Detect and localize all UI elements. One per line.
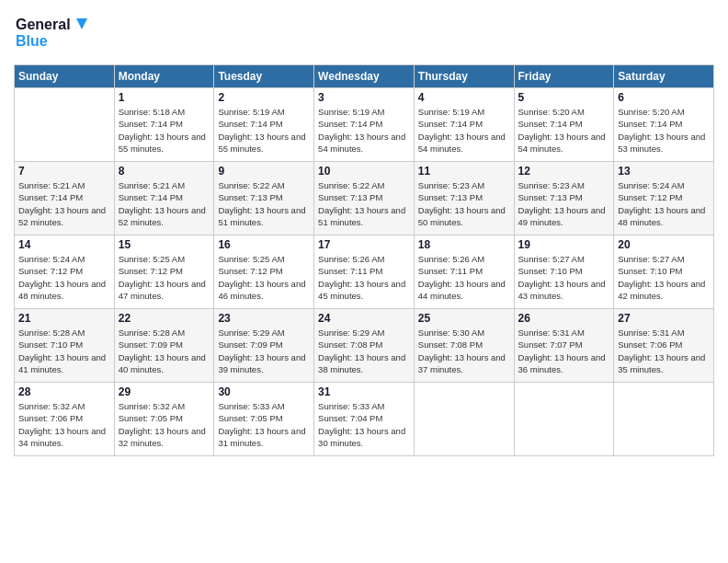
weekday-header-saturday: Saturday xyxy=(614,65,714,88)
cell-info: Sunrise: 5:22 AM Sunset: 7:13 PM Dayligh… xyxy=(218,179,310,228)
sunrise-time: Sunrise: 5:29 AM xyxy=(218,327,284,338)
daylight-info: Daylight: 13 hours and 37 minutes. xyxy=(418,352,506,374)
day-number: 5 xyxy=(518,91,610,104)
weekday-header-thursday: Thursday xyxy=(414,65,514,88)
calendar-cell xyxy=(15,88,115,162)
sunrise-time: Sunrise: 5:23 AM xyxy=(418,180,484,190)
calendar-cell: 30 Sunrise: 5:33 AM Sunset: 7:05 PM Dayl… xyxy=(214,383,314,456)
sunset-time: Sunset: 7:14 PM xyxy=(318,119,382,129)
calendar-cell: 17 Sunrise: 5:26 AM Sunset: 7:11 PM Dayl… xyxy=(314,236,415,309)
sunset-time: Sunset: 7:12 PM xyxy=(18,266,83,276)
day-number: 4 xyxy=(418,91,510,104)
cell-info: Sunrise: 5:24 AM Sunset: 7:12 PM Dayligh… xyxy=(18,253,110,302)
cell-info: Sunrise: 5:19 AM Sunset: 7:14 PM Dayligh… xyxy=(418,106,510,155)
cell-info: Sunrise: 5:33 AM Sunset: 7:04 PM Dayligh… xyxy=(318,400,410,449)
calendar-cell: 23 Sunrise: 5:29 AM Sunset: 7:09 PM Dayl… xyxy=(214,309,314,383)
sunset-time: Sunset: 7:14 PM xyxy=(618,119,682,129)
daylight-info: Daylight: 13 hours and 54 minutes. xyxy=(318,132,405,154)
day-number: 24 xyxy=(318,312,410,325)
sunrise-time: Sunrise: 5:27 AM xyxy=(518,254,585,264)
sunset-time: Sunset: 7:05 PM xyxy=(218,413,282,423)
day-number: 22 xyxy=(119,312,210,325)
sunrise-time: Sunrise: 5:19 AM xyxy=(418,107,484,117)
daylight-info: Daylight: 13 hours and 40 minutes. xyxy=(119,352,206,374)
sunset-time: Sunset: 7:04 PM xyxy=(318,413,382,423)
daylight-info: Daylight: 13 hours and 31 minutes. xyxy=(218,426,305,448)
day-number: 18 xyxy=(418,238,510,251)
day-number: 6 xyxy=(618,91,710,104)
sunset-time: Sunset: 7:09 PM xyxy=(119,339,183,350)
sunrise-time: Sunrise: 5:24 AM xyxy=(18,254,85,264)
cell-info: Sunrise: 5:25 AM Sunset: 7:12 PM Dayligh… xyxy=(218,253,310,302)
sunset-time: Sunset: 7:05 PM xyxy=(119,413,183,423)
calendar-cell: 11 Sunrise: 5:23 AM Sunset: 7:13 PM Dayl… xyxy=(414,162,514,236)
daylight-info: Daylight: 13 hours and 52 minutes. xyxy=(18,205,106,227)
day-number: 30 xyxy=(218,385,310,398)
day-number: 7 xyxy=(18,165,110,178)
calendar-cell: 14 Sunrise: 5:24 AM Sunset: 7:12 PM Dayl… xyxy=(15,236,115,309)
day-number: 20 xyxy=(618,238,710,251)
calendar-cell: 27 Sunrise: 5:31 AM Sunset: 7:06 PM Dayl… xyxy=(614,309,714,383)
sunrise-time: Sunrise: 5:30 AM xyxy=(418,327,484,338)
sunset-time: Sunset: 7:10 PM xyxy=(518,266,583,276)
daylight-info: Daylight: 13 hours and 49 minutes. xyxy=(518,205,606,227)
day-number: 26 xyxy=(518,312,610,325)
calendar-cell: 16 Sunrise: 5:25 AM Sunset: 7:12 PM Dayl… xyxy=(214,236,314,309)
sunset-time: Sunset: 7:12 PM xyxy=(618,192,682,202)
daylight-info: Daylight: 13 hours and 55 minutes. xyxy=(119,132,206,154)
sunrise-time: Sunrise: 5:21 AM xyxy=(18,180,85,190)
weekday-header-tuesday: Tuesday xyxy=(214,65,314,88)
sunset-time: Sunset: 7:14 PM xyxy=(418,119,483,129)
cell-info: Sunrise: 5:21 AM Sunset: 7:14 PM Dayligh… xyxy=(18,179,110,228)
daylight-info: Daylight: 13 hours and 38 minutes. xyxy=(318,352,405,374)
sunset-time: Sunset: 7:13 PM xyxy=(318,192,382,202)
sunrise-time: Sunrise: 5:24 AM xyxy=(618,180,684,190)
sunset-time: Sunset: 7:11 PM xyxy=(418,266,483,276)
calendar-week-row: 21 Sunrise: 5:28 AM Sunset: 7:10 PM Dayl… xyxy=(15,309,714,383)
daylight-info: Daylight: 13 hours and 46 minutes. xyxy=(218,279,305,301)
logo: General Blue xyxy=(14,9,87,55)
daylight-info: Daylight: 13 hours and 35 minutes. xyxy=(618,352,705,374)
calendar-cell: 1 Sunrise: 5:18 AM Sunset: 7:14 PM Dayli… xyxy=(114,88,214,162)
daylight-info: Daylight: 13 hours and 48 minutes. xyxy=(18,279,106,301)
header: General Blue xyxy=(14,9,714,55)
day-number: 21 xyxy=(18,312,110,325)
daylight-info: Daylight: 13 hours and 41 minutes. xyxy=(18,352,106,374)
calendar-cell: 2 Sunrise: 5:19 AM Sunset: 7:14 PM Dayli… xyxy=(214,88,314,162)
sunrise-time: Sunrise: 5:22 AM xyxy=(318,180,384,190)
daylight-info: Daylight: 13 hours and 55 minutes. xyxy=(218,132,305,154)
calendar-cell: 10 Sunrise: 5:22 AM Sunset: 7:13 PM Dayl… xyxy=(314,162,415,236)
day-number: 28 xyxy=(18,385,110,398)
cell-info: Sunrise: 5:23 AM Sunset: 7:13 PM Dayligh… xyxy=(418,179,510,228)
calendar-cell: 28 Sunrise: 5:32 AM Sunset: 7:06 PM Dayl… xyxy=(15,383,115,456)
sunrise-time: Sunrise: 5:28 AM xyxy=(18,327,85,338)
sunrise-time: Sunrise: 5:25 AM xyxy=(218,254,284,264)
daylight-info: Daylight: 13 hours and 53 minutes. xyxy=(618,132,705,154)
daylight-info: Daylight: 13 hours and 48 minutes. xyxy=(618,205,705,227)
cell-info: Sunrise: 5:26 AM Sunset: 7:11 PM Dayligh… xyxy=(318,253,410,302)
calendar-week-row: 7 Sunrise: 5:21 AM Sunset: 7:14 PM Dayli… xyxy=(15,162,714,236)
cell-info: Sunrise: 5:32 AM Sunset: 7:06 PM Dayligh… xyxy=(18,400,110,449)
daylight-info: Daylight: 13 hours and 42 minutes. xyxy=(618,279,705,301)
sunrise-time: Sunrise: 5:21 AM xyxy=(119,180,185,190)
cell-info: Sunrise: 5:30 AM Sunset: 7:08 PM Dayligh… xyxy=(418,327,510,375)
sunrise-time: Sunrise: 5:26 AM xyxy=(318,254,384,264)
daylight-info: Daylight: 13 hours and 52 minutes. xyxy=(119,205,206,227)
calendar-cell: 6 Sunrise: 5:20 AM Sunset: 7:14 PM Dayli… xyxy=(614,88,714,162)
calendar-cell: 21 Sunrise: 5:28 AM Sunset: 7:10 PM Dayl… xyxy=(15,309,115,383)
calendar-cell: 12 Sunrise: 5:23 AM Sunset: 7:13 PM Dayl… xyxy=(514,162,614,236)
calendar-cell: 22 Sunrise: 5:28 AM Sunset: 7:09 PM Dayl… xyxy=(114,309,214,383)
cell-info: Sunrise: 5:19 AM Sunset: 7:14 PM Dayligh… xyxy=(218,106,310,155)
cell-info: Sunrise: 5:27 AM Sunset: 7:10 PM Dayligh… xyxy=(518,253,610,302)
calendar-cell: 8 Sunrise: 5:21 AM Sunset: 7:14 PM Dayli… xyxy=(114,162,214,236)
weekday-header-friday: Friday xyxy=(514,65,614,88)
sunset-time: Sunset: 7:10 PM xyxy=(18,339,83,350)
calendar-week-row: 1 Sunrise: 5:18 AM Sunset: 7:14 PM Dayli… xyxy=(15,88,714,162)
calendar-week-row: 28 Sunrise: 5:32 AM Sunset: 7:06 PM Dayl… xyxy=(15,383,714,456)
cell-info: Sunrise: 5:29 AM Sunset: 7:09 PM Dayligh… xyxy=(218,327,310,375)
cell-info: Sunrise: 5:23 AM Sunset: 7:13 PM Dayligh… xyxy=(518,179,610,228)
sunrise-time: Sunrise: 5:18 AM xyxy=(119,107,185,117)
calendar-cell: 9 Sunrise: 5:22 AM Sunset: 7:13 PM Dayli… xyxy=(214,162,314,236)
day-number: 10 xyxy=(318,165,410,178)
sunrise-time: Sunrise: 5:19 AM xyxy=(318,107,384,117)
